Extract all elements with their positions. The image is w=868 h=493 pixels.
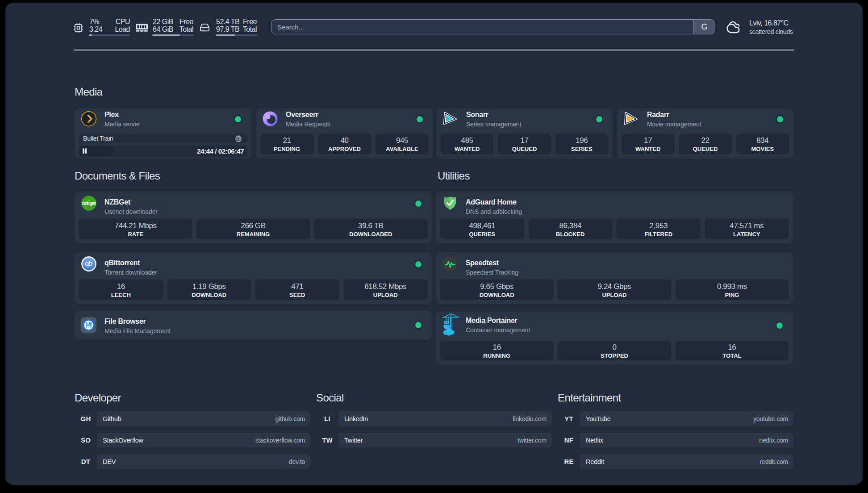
svg-text:qb: qb [85,260,92,267]
svg-text:nzbget: nzbget [82,201,96,206]
